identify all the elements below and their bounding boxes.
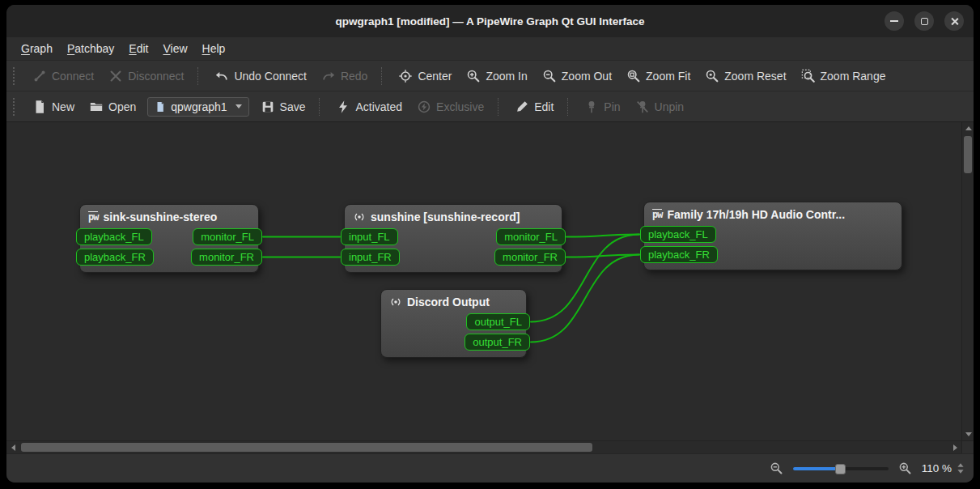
zoom-fit-button[interactable]: Zoom Fit — [620, 65, 697, 87]
open-button[interactable]: Open — [83, 96, 142, 118]
output-ports: output_FL output_FR — [465, 313, 526, 351]
scroll-down-button[interactable] — [962, 428, 974, 440]
node-header: pw Family 17h/19h HD Audio Contr... — [644, 202, 902, 224]
menu-graph[interactable]: Graph — [15, 40, 59, 57]
zoom-slider[interactable] — [793, 462, 889, 475]
menu-label: iew — [171, 42, 188, 55]
horizontal-scroll-track[interactable] — [19, 441, 948, 453]
node-sink-sunshine-stereo[interactable]: pw sink-sunshine-stereo playback_FL play… — [79, 204, 259, 273]
button-label: Save — [280, 100, 306, 113]
port-output-fl[interactable]: output_FL — [466, 313, 530, 330]
pin-icon — [584, 100, 599, 114]
port-rows: input_FL input_FR monitor_FL monitor_FR — [345, 228, 562, 266]
zoom-range-button[interactable]: Zoom Range — [795, 65, 893, 87]
button-label: Zoom Fit — [646, 70, 690, 83]
port-input-fr[interactable]: input_FR — [341, 249, 400, 266]
minimize-button[interactable] — [885, 11, 904, 31]
button-label: Center — [418, 70, 452, 83]
node-title: sink-sunshine-stereo — [103, 210, 217, 223]
port-output-fr[interactable]: output_FR — [465, 334, 530, 351]
graph-canvas[interactable]: pw sink-sunshine-stereo playback_FL play… — [6, 122, 961, 440]
toolbar-handle[interactable] — [13, 67, 19, 85]
port-monitor-fr[interactable]: monitor_FR — [191, 249, 262, 266]
menu-patchbay[interactable]: Patchbay — [61, 40, 121, 57]
window-controls — [885, 11, 964, 31]
scrollbar-corner — [961, 441, 974, 453]
patchbay-file-icon — [155, 101, 166, 113]
record-icon — [353, 210, 366, 223]
arrow-down-icon — [965, 432, 972, 436]
slider-fill — [793, 467, 840, 470]
port-monitor-fl[interactable]: monitor_FL — [496, 228, 566, 245]
spin-up-icon[interactable] — [957, 463, 963, 467]
output-ports: monitor_FL monitor_FR — [191, 228, 258, 266]
zoom-out-button[interactable]: Zoom Out — [536, 65, 618, 87]
arrow-up-icon — [965, 126, 972, 130]
button-label: Zoom In — [486, 70, 527, 83]
scroll-left-button[interactable] — [6, 441, 19, 453]
menu-label: E — [129, 42, 136, 55]
new-button[interactable]: New — [26, 96, 81, 118]
save-icon — [261, 100, 275, 114]
toolbar-handle[interactable] — [13, 98, 19, 116]
menu-edit[interactable]: Edit — [122, 40, 155, 57]
node-sunshine-record[interactable]: sunshine [sunshine-record] input_FL inpu… — [344, 204, 562, 273]
menu-label: atchbay — [74, 42, 114, 55]
port-playback-fr[interactable]: playback_FR — [640, 246, 718, 263]
pin-button: Pin — [578, 96, 626, 118]
close-button[interactable] — [944, 11, 964, 31]
toolbar-main: Connect Disconnect Undo Connect Redo Cen… — [6, 60, 974, 91]
toolbar-separator — [381, 67, 384, 85]
patchbay-selector[interactable]: qpwgraph1 — [147, 97, 248, 117]
title-bar[interactable]: qpwgraph1 [modified] — A PipeWire Graph … — [6, 5, 974, 37]
spin-down-icon[interactable] — [957, 470, 963, 474]
zoom-in-button[interactable]: Zoom In — [460, 65, 533, 87]
zoom-value: 110 % — [922, 462, 952, 474]
center-button[interactable]: Center — [392, 65, 458, 87]
port-monitor-fr[interactable]: monitor_FR — [494, 249, 566, 266]
node-family-hd-audio[interactable]: pw Family 17h/19h HD Audio Contr... play… — [643, 202, 902, 270]
button-label: Edit — [534, 100, 554, 113]
button-label: Connect — [52, 70, 94, 83]
exclusive-toggle: Exclusive — [410, 96, 490, 118]
close-icon — [950, 17, 959, 26]
activated-toggle[interactable]: Activated — [329, 96, 409, 118]
node-title: Discord Output — [407, 296, 490, 308]
port-playback-fl[interactable]: playback_FL — [640, 226, 716, 243]
button-label: Activated — [355, 100, 402, 113]
input-ports: input_FL input_FR — [345, 228, 400, 266]
output-ports — [893, 226, 902, 263]
redo-button: Redo — [315, 65, 374, 87]
arrow-left-icon — [11, 444, 15, 451]
zoom-in-icon[interactable] — [898, 461, 912, 475]
zoom-reset-button[interactable]: Zoom Reset — [698, 65, 792, 87]
undo-connect-button[interactable]: Undo Connect — [208, 65, 313, 87]
save-button[interactable]: Save — [254, 96, 312, 118]
slider-handle[interactable] — [835, 464, 846, 474]
edit-button[interactable]: Edit — [508, 96, 560, 118]
connection-edges — [6, 122, 961, 440]
zoom-out-icon — [542, 69, 557, 83]
vertical-scroll-handle[interactable] — [964, 136, 972, 173]
toolbar-separator — [319, 98, 322, 116]
port-monitor-fl[interactable]: monitor_FL — [193, 228, 262, 245]
zoom-out-icon[interactable] — [770, 461, 783, 475]
vertical-scrollbar[interactable] — [961, 122, 974, 440]
zoom-spinbox[interactable]: 110 % — [922, 462, 964, 474]
center-icon — [398, 69, 413, 83]
scroll-right-button[interactable] — [948, 441, 961, 453]
port-playback-fr[interactable]: playback_FR — [76, 249, 154, 266]
menu-view[interactable]: View — [156, 40, 193, 57]
toolbar-separator — [498, 98, 501, 116]
menu-help[interactable]: Help — [196, 40, 232, 57]
button-label: Unpin — [655, 100, 685, 113]
minimize-icon — [890, 20, 898, 22]
port-playback-fl[interactable]: playback_FL — [76, 228, 152, 245]
horizontal-scroll-handle[interactable] — [21, 443, 592, 452]
horizontal-scrollbar[interactable] — [6, 440, 974, 453]
port-input-fl[interactable]: input_FL — [341, 228, 398, 245]
node-discord-output[interactable]: Discord Output output_FL output_FR — [380, 289, 527, 358]
maximize-button[interactable] — [914, 11, 934, 31]
scroll-up-button[interactable] — [962, 122, 974, 134]
app-window: qpwgraph1 [modified] — A PipeWire Graph … — [6, 5, 974, 483]
